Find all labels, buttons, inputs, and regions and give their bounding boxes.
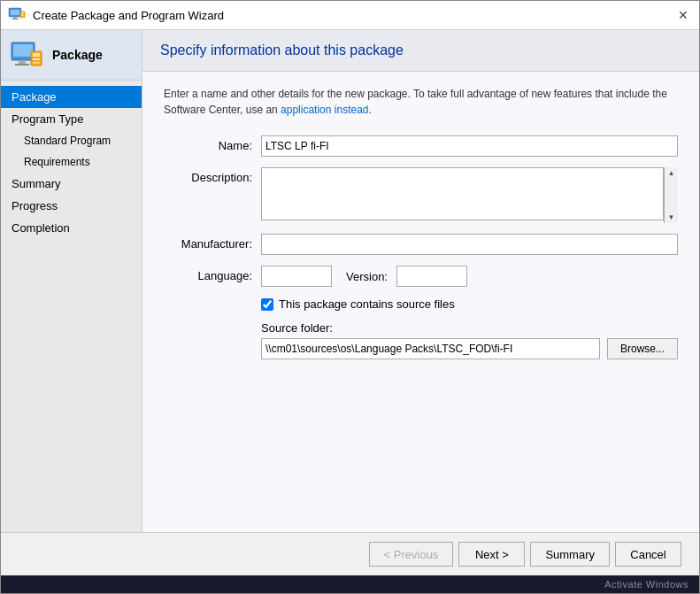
language-input[interactable] xyxy=(261,266,332,287)
source-files-checkbox-label: This package contains source files xyxy=(279,297,455,311)
source-files-checkbox[interactable] xyxy=(261,298,273,311)
svg-rect-1 xyxy=(11,10,19,15)
version-label: Version: xyxy=(346,270,388,283)
browse-button[interactable]: Browse... xyxy=(607,338,678,359)
svg-rect-10 xyxy=(19,60,26,64)
info-text-before: Enter a name and other details for the n… xyxy=(164,88,667,116)
svg-rect-13 xyxy=(33,53,40,57)
version-input[interactable] xyxy=(396,266,467,287)
language-version-control: Version: xyxy=(261,266,678,287)
svg-rect-3 xyxy=(12,19,19,19)
name-control xyxy=(261,135,678,157)
language-version-row: Language: Version: xyxy=(164,266,678,287)
main-heading: Specify information about this package xyxy=(160,42,681,58)
scroll-up-arrow: ▲ xyxy=(668,169,675,177)
previous-button[interactable]: < Previous xyxy=(369,542,454,567)
summary-button[interactable]: Summary xyxy=(530,542,610,567)
sidebar-header-title: Package xyxy=(52,48,103,62)
svg-rect-14 xyxy=(33,58,40,60)
manufacturer-label: Manufacturer: xyxy=(164,234,261,251)
svg-rect-15 xyxy=(33,62,40,64)
sidebar-item-progress[interactable]: Progress xyxy=(1,195,142,217)
next-button[interactable]: Next > xyxy=(458,542,525,567)
svg-rect-11 xyxy=(15,64,29,66)
application-link[interactable]: application instead xyxy=(281,104,368,116)
window-title: Create Package and Program Wizard xyxy=(33,9,224,22)
svg-rect-6 xyxy=(21,15,24,16)
sidebar-item-summary[interactable]: Summary xyxy=(1,173,142,195)
sidebar-item-program-type[interactable]: Program Type xyxy=(1,108,142,130)
description-label: Description: xyxy=(164,167,261,184)
description-scrollbar: ▲ ▼ xyxy=(664,167,678,223)
source-folder-input[interactable] xyxy=(261,338,600,359)
activate-windows-bar: Activate Windows xyxy=(1,575,699,593)
sidebar-item-completion[interactable]: Completion xyxy=(1,217,142,239)
sidebar-package-icon xyxy=(10,37,45,73)
main-body: Enter a name and other details for the n… xyxy=(142,72,699,532)
window-icon xyxy=(8,6,26,24)
manufacturer-row: Manufacturer: xyxy=(164,234,678,255)
language-label: Language: xyxy=(164,266,261,282)
close-button[interactable]: ✕ xyxy=(674,6,692,24)
manufacturer-input[interactable] xyxy=(261,234,678,255)
sidebar-item-requirements[interactable]: Requirements xyxy=(1,151,142,173)
description-control: ▲ ▼ xyxy=(261,167,678,223)
info-text-after: . xyxy=(368,104,371,116)
source-folder-label: Source folder: xyxy=(261,321,678,335)
svg-rect-7 xyxy=(21,17,24,18)
sidebar-header: Package xyxy=(1,30,142,81)
source-files-checkbox-row: This package contains source files xyxy=(261,297,678,311)
sidebar-item-standard-program[interactable]: Standard Program xyxy=(1,130,142,151)
source-folder-row: Browse... xyxy=(261,338,678,359)
name-row: Name: xyxy=(164,135,678,157)
scroll-down-arrow: ▼ xyxy=(668,213,675,221)
name-input[interactable] xyxy=(261,135,678,157)
info-text: Enter a name and other details for the n… xyxy=(164,86,678,118)
title-bar: Create Package and Program Wizard ✕ xyxy=(1,1,699,30)
main-header: Specify information about this package xyxy=(142,30,699,72)
svg-rect-5 xyxy=(21,12,24,14)
svg-rect-9 xyxy=(13,44,33,57)
activate-windows-text: Activate Windows xyxy=(604,579,688,590)
name-label: Name: xyxy=(164,135,261,152)
sidebar: Package Package Program Type Standard Pr… xyxy=(1,30,142,532)
svg-rect-2 xyxy=(13,17,17,19)
sidebar-nav: Package Program Type Standard Program Re… xyxy=(1,81,142,532)
cancel-button[interactable]: Cancel xyxy=(615,542,681,567)
sidebar-item-package[interactable]: Package xyxy=(1,86,142,108)
manufacturer-control xyxy=(261,234,678,255)
footer: < Previous Next > Summary Cancel xyxy=(1,532,699,575)
inline-language-version: Version: xyxy=(261,266,678,287)
main-content: Specify information about this package E… xyxy=(142,30,699,532)
description-input[interactable] xyxy=(261,167,664,220)
description-row: Description: ▲ ▼ xyxy=(164,167,678,223)
